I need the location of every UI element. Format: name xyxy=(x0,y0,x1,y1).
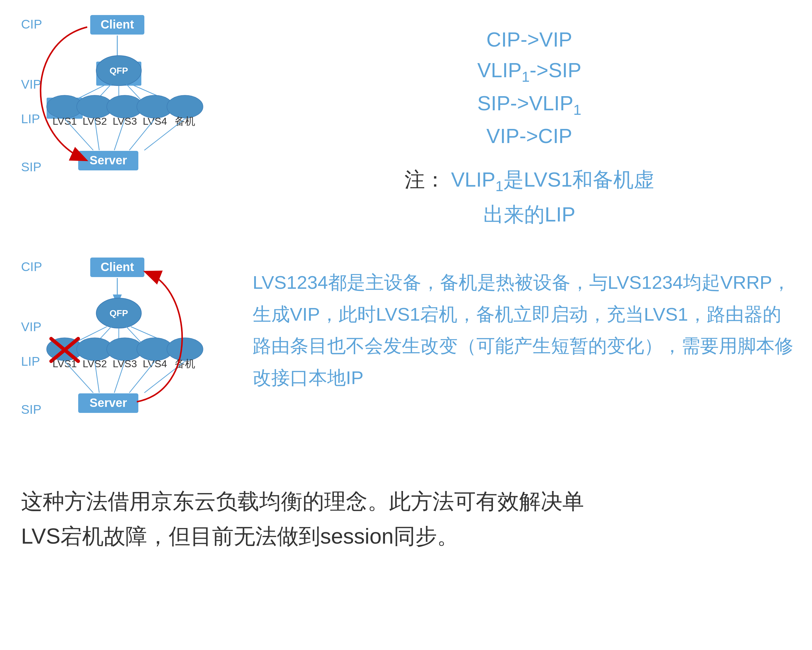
info-panel-2: LVS1234都是主设备，备机是热被设备，与LVS1234均起VRRP，生成VI… xyxy=(229,254,794,393)
sip-label-1: SIP xyxy=(21,160,41,174)
lvs4-label-1: LVS4 xyxy=(143,116,167,127)
diagram-1-svg: CIP VIP LIP SIP Client QFP QFP xyxy=(18,12,223,216)
info-panel-1: CIP->VIP VLIP1->SIP SIP->VLIP1 VIP->CIP … xyxy=(229,12,794,230)
qfp-text-2: QFP xyxy=(110,308,128,318)
lvs1-label-2: LVS1 xyxy=(53,358,77,369)
diagram-2-svg: CIP VIP LIP SIP Client QFP xyxy=(18,254,223,459)
client-label-2: Client xyxy=(101,260,134,274)
lvs3-label-2: LVS3 xyxy=(113,358,137,369)
lip-label-1: LIP xyxy=(21,112,40,126)
lvs4-label-2: LVS4 xyxy=(143,358,167,369)
note-prefix: 注： xyxy=(404,168,446,191)
footer-line1: 这种方法借用京东云负载均衡的理念。此方法可有效解决单 xyxy=(21,489,584,513)
note-lip: 出来的LIP xyxy=(483,203,575,226)
cip-label-1: CIP xyxy=(21,17,42,31)
backup-label-1: 备机 xyxy=(175,116,195,127)
vip-label-1: VIP xyxy=(21,77,41,91)
route-lines-1: CIP->VIP VLIP1->SIP SIP->VLIP1 VIP->CIP xyxy=(265,24,794,151)
route-1: CIP->VIP xyxy=(265,24,794,55)
server-label-1: Server xyxy=(90,154,127,167)
client-label-1: Client xyxy=(101,18,134,31)
server-label-2: Server xyxy=(90,396,127,409)
red-arrow-2 xyxy=(137,272,182,402)
route-3-text: SIP->VLIP1 xyxy=(477,92,582,114)
footer-line2: LVS宕机故障，但目前无法做到 xyxy=(21,524,320,548)
backup-icon-1 xyxy=(167,95,203,118)
sip-label-2: SIP xyxy=(21,402,41,417)
diagram-2: CIP VIP LIP SIP Client QFP xyxy=(18,254,229,460)
route-2-text: VLIP1->SIP xyxy=(477,59,582,81)
main-container: CIP VIP LIP SIP Client QFP QFP xyxy=(0,0,812,566)
backup-icon-2 xyxy=(167,338,203,361)
bottom-section: CIP VIP LIP SIP Client QFP xyxy=(18,254,794,460)
cip-label-2: CIP xyxy=(21,260,42,274)
footer-session: session xyxy=(320,524,394,548)
footer-line3: 同步。 xyxy=(394,524,459,548)
footer-text: 这种方法借用京东云负载均衡的理念。此方法可有效解决单 LVS宕机故障，但目前无法… xyxy=(18,484,794,553)
top-section: CIP VIP LIP SIP Client QFP QFP xyxy=(18,12,794,230)
route-3: SIP->VLIP1 xyxy=(265,88,794,121)
note-text-1: 注： VLIP1是LVS1和备机虚 出来的LIP xyxy=(265,163,794,230)
lvs3-label-1: LVS3 xyxy=(113,116,137,127)
note-vlip: VLIP1是LVS1和备机虚 xyxy=(451,168,654,191)
info-panel-2-text: LVS1234都是主设备，备机是热被设备，与LVS1234均起VRRP，生成VI… xyxy=(253,272,793,388)
red-arrow-1 xyxy=(41,27,87,159)
vip-label-2: VIP xyxy=(21,320,41,334)
lip-label-2: LIP xyxy=(21,354,40,368)
qfp-text-1: QFP xyxy=(110,65,128,75)
route-4: VIP->CIP xyxy=(265,120,794,151)
diagram-1: CIP VIP LIP SIP Client QFP QFP xyxy=(18,12,229,218)
lvs1-label-1: LVS1 xyxy=(53,116,77,127)
route-2: VLIP1->SIP xyxy=(265,55,794,88)
